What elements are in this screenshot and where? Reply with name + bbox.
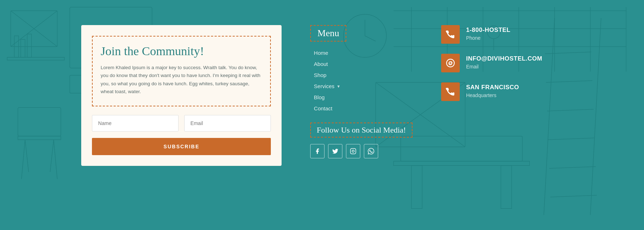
social-title-box: Follow Us on Social Media! xyxy=(310,123,412,138)
menu-title-box: Menu xyxy=(310,25,346,42)
phone-number: 1-800-HOSTEL xyxy=(466,27,511,34)
email-address: INFO@DIVIHOSTEL.COM xyxy=(466,55,542,62)
menu-item-contact[interactable]: Contact xyxy=(310,104,389,113)
menu-list: Home About Shop Services ▼ Blog Contact xyxy=(310,48,389,113)
svg-rect-47 xyxy=(351,149,356,154)
facebook-icon xyxy=(314,148,321,154)
location-city: SAN FRANCISCO xyxy=(466,84,519,91)
facebook-button[interactable] xyxy=(310,144,325,158)
twitter-icon xyxy=(332,148,338,154)
community-card: Join the Community! Lorem Khaled Ipsum i… xyxy=(81,25,282,166)
name-input[interactable] xyxy=(92,115,179,131)
phone-info: 1-800-HOSTEL Phone xyxy=(466,25,511,41)
svg-text:@: @ xyxy=(448,60,453,66)
social-section: Follow Us on Social Media! xyxy=(310,123,412,158)
instagram-icon xyxy=(350,148,356,154)
twitter-button[interactable] xyxy=(328,144,342,158)
location-icon-box xyxy=(441,82,460,101)
email-icon: @ xyxy=(446,58,455,68)
whatsapp-icon xyxy=(368,148,374,154)
menu-item-shop[interactable]: Shop xyxy=(310,70,389,80)
form-row xyxy=(92,115,271,131)
community-content-box: Join the Community! Lorem Khaled Ipsum i… xyxy=(92,36,271,106)
instagram-button[interactable] xyxy=(346,144,360,158)
location-info: SAN FRANCISCO Headquarters xyxy=(466,82,519,98)
email-input[interactable] xyxy=(184,115,271,131)
page-layout: Join the Community! Lorem Khaled Ipsum i… xyxy=(0,0,644,230)
contact-phone: 1-800-HOSTEL Phone xyxy=(441,25,563,44)
social-heading: Follow Us on Social Media! xyxy=(317,125,406,134)
contact-section: 1-800-HOSTEL Phone @ INFO@DIVIHOSTEL.COM… xyxy=(441,25,563,101)
phone-label: Phone xyxy=(466,35,511,41)
subscribe-button[interactable]: SUBSCRIBE xyxy=(92,138,271,155)
contact-location: SAN FRANCISCO Headquarters xyxy=(441,82,563,101)
social-icons-row xyxy=(310,144,412,158)
menu-heading: Menu xyxy=(317,28,339,38)
location-label: Headquarters xyxy=(466,92,519,98)
phone-icon xyxy=(446,30,455,39)
menu-item-blog[interactable]: Blog xyxy=(310,92,389,102)
location-icon xyxy=(446,87,455,96)
menu-social-column: Menu Home About Shop Services ▼ Blog Con… xyxy=(310,21,412,158)
menu-item-home[interactable]: Home xyxy=(310,48,389,58)
phone-icon-box xyxy=(441,25,460,44)
email-info: INFO@DIVIHOSTEL.COM Email xyxy=(466,54,542,70)
contact-email: @ INFO@DIVIHOSTEL.COM Email xyxy=(441,54,563,72)
community-title: Join the Community! xyxy=(101,44,262,58)
menu-item-about[interactable]: About xyxy=(310,59,389,69)
menu-section: Menu Home About Shop Services ▼ Blog Con… xyxy=(310,25,389,113)
community-body: Lorem Khaled Ipsum is a major key to suc… xyxy=(101,64,262,96)
email-label: Email xyxy=(466,64,542,70)
email-icon-box: @ xyxy=(441,54,460,72)
whatsapp-button[interactable] xyxy=(364,144,378,158)
menu-item-services[interactable]: Services ▼ xyxy=(310,81,389,91)
chevron-down-icon: ▼ xyxy=(337,84,341,88)
